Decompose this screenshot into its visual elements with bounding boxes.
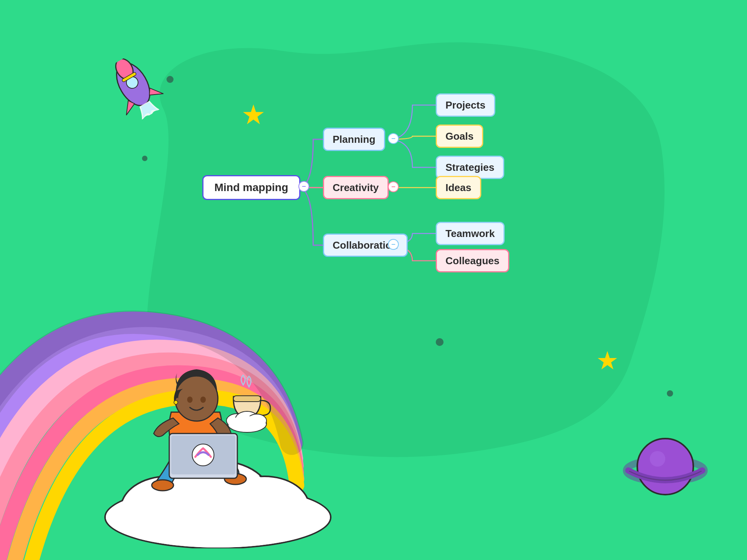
svg-point-12 bbox=[152, 480, 174, 491]
node-projects[interactable]: Projects bbox=[436, 93, 495, 117]
svg-point-28 bbox=[637, 439, 693, 495]
collapse-btn-planning[interactable]: − bbox=[388, 133, 399, 144]
node-planning[interactable]: Planning bbox=[323, 128, 385, 151]
node-center[interactable]: Mind mapping bbox=[202, 175, 300, 200]
node-creativity-label: Creativity bbox=[333, 182, 379, 194]
node-goals[interactable]: Goals bbox=[436, 125, 483, 148]
svg-point-19 bbox=[200, 397, 206, 403]
node-colleagues[interactable]: Colleagues bbox=[436, 249, 509, 272]
collapse-btn-creativity[interactable]: − bbox=[388, 181, 399, 192]
node-ideas-label: Ideas bbox=[445, 182, 472, 194]
node-strategies[interactable]: Strategies bbox=[436, 156, 504, 179]
node-ideas[interactable]: Ideas bbox=[436, 176, 481, 199]
collapse-btn-center[interactable]: − bbox=[298, 181, 309, 192]
dot-4 bbox=[436, 338, 444, 346]
collapse-btn-collaboration[interactable]: − bbox=[388, 239, 399, 250]
planet-illustration bbox=[622, 428, 708, 506]
svg-point-20 bbox=[174, 400, 178, 404]
mindmap-container: Mind mapping Planning Creativity Collabo… bbox=[202, 70, 552, 304]
node-teamwork[interactable]: Teamwork bbox=[436, 222, 505, 245]
node-teamwork-label: Teamwork bbox=[445, 228, 495, 240]
svg-rect-21 bbox=[233, 396, 261, 402]
dot-3 bbox=[667, 390, 673, 397]
node-center-label: Mind mapping bbox=[214, 181, 288, 194]
dot-2 bbox=[142, 156, 147, 161]
node-goals-label: Goals bbox=[445, 130, 473, 142]
node-strategies-label: Strategies bbox=[445, 162, 494, 174]
node-colleagues-label: Colleagues bbox=[445, 255, 500, 267]
star-2: ★ bbox=[596, 348, 619, 373]
coffee-illustration bbox=[222, 373, 272, 435]
svg-point-26 bbox=[228, 416, 266, 432]
node-planning-label: Planning bbox=[333, 133, 375, 146]
node-projects-label: Projects bbox=[445, 99, 486, 111]
svg-point-17 bbox=[175, 376, 218, 421]
svg-point-29 bbox=[650, 451, 665, 467]
node-creativity[interactable]: Creativity bbox=[323, 176, 389, 199]
svg-point-18 bbox=[187, 397, 193, 403]
